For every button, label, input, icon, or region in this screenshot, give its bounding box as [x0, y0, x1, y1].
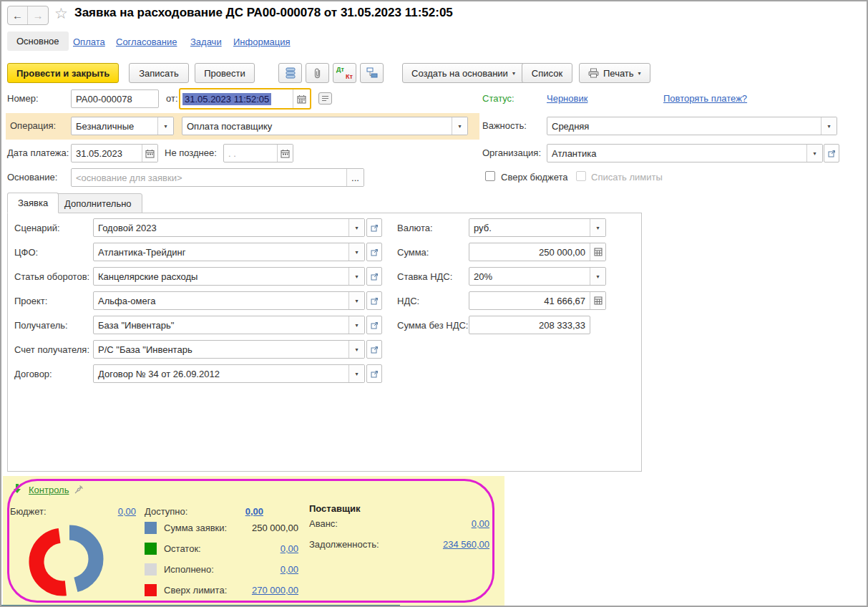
dropdown-button[interactable]: ▾ — [157, 117, 173, 135]
contract-label: Договор: — [14, 369, 52, 379]
chevron-down-icon: ▾ — [827, 123, 830, 130]
budget-label: Бюджет: — [10, 506, 47, 517]
organization-open-button[interactable] — [824, 144, 839, 162]
over-budget-checkbox[interactable] — [485, 171, 495, 181]
calculator-icon — [594, 248, 603, 256]
amount-field[interactable]: 250 000,00 — [469, 243, 606, 261]
not-later-field[interactable]: . . — [223, 144, 293, 162]
vat-rate-dropdown[interactable]: 20% ▾ — [469, 267, 606, 286]
open-icon — [371, 370, 379, 378]
vat-field[interactable]: 41 666,67 — [469, 291, 606, 310]
recipient-value: База "Инвентарь" — [94, 320, 348, 331]
calendar-button[interactable] — [277, 145, 293, 162]
project-dropdown[interactable]: Альфа-омега ▾ — [93, 291, 365, 310]
dropdown-button[interactable]: ▾ — [806, 145, 822, 162]
print-button[interactable]: Печать ▾ — [579, 63, 650, 83]
dropdown-button[interactable]: ▾ — [348, 243, 364, 261]
tab-tasks[interactable]: Задачи — [190, 37, 222, 47]
tab-approval[interactable]: Согласование — [116, 37, 177, 47]
dt-kt-button[interactable]: Дт Кт — [333, 63, 356, 83]
recipient-account-dropdown[interactable]: Р/С "База "Инвентарь ▾ — [93, 340, 365, 359]
scenario-dropdown[interactable]: Годовой 2023 ▾ — [93, 218, 365, 237]
dropdown-button[interactable]: ▾ — [348, 365, 364, 382]
debt-label: Задолженность: — [309, 539, 379, 550]
write-button[interactable]: Записать — [129, 63, 189, 83]
turnover-item-dropdown[interactable]: Канцелярские расходы ▾ — [93, 267, 365, 286]
back-button[interactable]: ← — [8, 6, 28, 24]
status-value-link[interactable]: Черновик — [547, 93, 587, 104]
operation-method-dropdown[interactable]: Безналичные ▾ — [71, 117, 174, 135]
post-button[interactable]: Провести — [195, 63, 255, 83]
basis-more-button[interactable]: ... — [346, 169, 364, 186]
cfo-open-button[interactable] — [366, 243, 382, 261]
collapse-arrow-icon[interactable] — [13, 484, 21, 494]
project-open-button[interactable] — [366, 291, 382, 310]
recipient-dropdown[interactable]: База "Инвентарь" ▾ — [93, 316, 365, 334]
chevron-down-icon: ▾ — [355, 346, 358, 353]
recipient-account-open-button[interactable] — [366, 340, 382, 359]
number-field[interactable]: РА00-000078 — [71, 89, 159, 108]
importance-dropdown[interactable]: Средняя ▾ — [547, 117, 837, 135]
legend-value-link[interactable]: 270 000,00 — [213, 585, 298, 596]
contract-open-button[interactable] — [366, 364, 382, 383]
structure-icon — [366, 67, 378, 79]
repeat-payment-link[interactable]: Повторять платеж? — [663, 93, 747, 104]
cfo-dropdown[interactable]: Атлантика-Трейдинг ▾ — [93, 243, 365, 261]
document-structure-button[interactable] — [360, 63, 384, 83]
document-date-field[interactable]: 31.05.2023 11:52:05 — [179, 88, 311, 110]
calculator-button[interactable] — [590, 243, 605, 261]
attachments-button[interactable] — [306, 63, 329, 83]
dropdown-button[interactable]: ▾ — [348, 316, 364, 334]
control-section-link[interactable]: Контроль — [29, 485, 69, 495]
advance-value-link[interactable]: 0,00 — [402, 518, 489, 529]
post-and-close-button[interactable]: Провести и закрыть — [7, 63, 119, 83]
print-label: Печать — [603, 68, 634, 79]
currency-dropdown[interactable]: руб. ▾ — [469, 218, 606, 237]
organization-dropdown[interactable]: Атлантика ▾ — [547, 144, 823, 162]
chevron-down-icon: ▾ — [512, 70, 515, 77]
dropdown-button[interactable]: ▾ — [821, 117, 837, 135]
calculator-button[interactable] — [590, 292, 605, 309]
register-records-button[interactable] — [278, 63, 302, 83]
contract-dropdown[interactable]: Договор № 34 от 26.09.2012 ▾ — [93, 364, 365, 383]
chevron-down-icon: ▾ — [813, 150, 816, 157]
turnover-item-open-button[interactable] — [366, 267, 382, 286]
date-from-label: от: — [166, 93, 178, 104]
operation-kind-dropdown[interactable]: Оплата поставщику ▾ — [182, 117, 468, 135]
dropdown-button[interactable]: ▾ — [590, 219, 605, 236]
dropdown-button[interactable]: ▾ — [590, 268, 605, 285]
paperclip-icon — [312, 67, 323, 79]
dropdown-button[interactable]: ▾ — [348, 341, 364, 358]
open-icon — [371, 273, 379, 281]
turnover-item-value: Канцелярские расходы — [94, 271, 348, 282]
comments-button[interactable] — [318, 92, 332, 105]
recipient-open-button[interactable] — [366, 316, 382, 334]
calendar-button[interactable] — [142, 145, 157, 162]
dropdown-button[interactable]: ▾ — [348, 268, 364, 285]
payment-date-field[interactable]: 31.05.2023 — [71, 144, 158, 162]
tab-additional[interactable]: Дополнительно — [54, 193, 142, 213]
tab-payment[interactable]: Оплата — [73, 37, 105, 47]
dropdown-button[interactable]: ▾ — [452, 117, 467, 135]
tab-info[interactable]: Информация — [233, 37, 291, 47]
forward-button[interactable]: → — [28, 6, 48, 24]
dropdown-button[interactable]: ▾ — [348, 292, 364, 309]
pin-icon[interactable] — [74, 485, 84, 494]
debt-value-link[interactable]: 234 560,00 — [402, 539, 489, 550]
printer-icon — [588, 68, 599, 78]
available-value-link[interactable]: 0,00 — [230, 506, 263, 517]
budget-value-link[interactable]: 0,00 — [102, 506, 136, 517]
organization-value: Атлантика — [547, 148, 806, 159]
tab-request[interactable]: Заявка — [7, 193, 59, 213]
create-based-on-button[interactable]: Создать на основании ▾ — [402, 63, 525, 83]
legend-value-link[interactable]: 0,00 — [213, 564, 298, 575]
favorite-star-icon[interactable]: ☆ — [54, 5, 68, 22]
basis-field[interactable]: <основание для заявки> ... — [71, 168, 364, 187]
dropdown-button[interactable]: ▾ — [348, 219, 364, 236]
operation-kind-value: Оплата поставщику — [182, 121, 452, 132]
scenario-open-button[interactable] — [366, 218, 382, 237]
list-button[interactable]: Список — [522, 63, 572, 83]
calendar-button[interactable] — [293, 89, 310, 108]
tab-main[interactable]: Основное — [7, 31, 69, 51]
legend-value-link[interactable]: 0,00 — [213, 543, 298, 554]
